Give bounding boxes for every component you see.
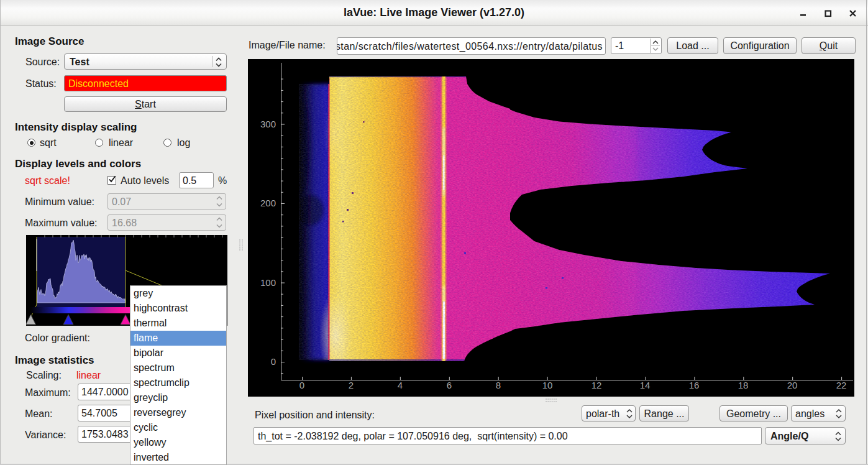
svg-text:6: 6: [447, 380, 452, 390]
svg-text:300: 300: [260, 119, 276, 129]
svg-text:18: 18: [738, 380, 749, 390]
svg-text:2: 2: [349, 380, 354, 390]
svg-text:4: 4: [398, 380, 403, 390]
svg-text:8: 8: [496, 380, 501, 390]
svg-text:14: 14: [640, 380, 651, 390]
svg-text:12: 12: [592, 380, 602, 390]
svg-text:20: 20: [787, 380, 798, 390]
svg-text:200: 200: [260, 198, 276, 208]
svg-text:0: 0: [271, 356, 276, 367]
svg-text:0: 0: [299, 380, 304, 390]
svg-text:16: 16: [689, 380, 700, 390]
svg-text:22: 22: [836, 380, 847, 390]
svg-text:10: 10: [542, 380, 553, 390]
svg-text:100: 100: [260, 277, 276, 288]
